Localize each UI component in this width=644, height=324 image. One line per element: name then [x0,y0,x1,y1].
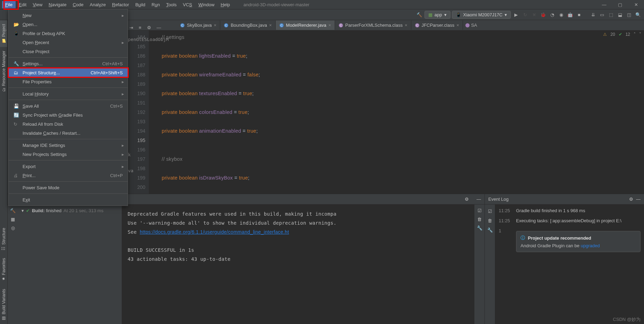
sdk-manager-icon[interactable]: ⬚ [607,11,615,18]
checklist-icon[interactable]: ☑ [488,209,492,214]
minus-icon[interactable]: ― [476,197,481,202]
tool-window-build-variants[interactable]: ▤Build Variants [0,285,7,324]
search-icon[interactable]: 🔍 [634,11,642,18]
layout-inspector-icon[interactable]: ⬓ [616,11,624,18]
close-icon[interactable]: × [456,23,459,28]
menu-item-power-save-mode[interactable]: Power Save Mode [9,183,128,192]
hammer-icon[interactable]: 🔨 [10,208,16,213]
tool-window-favorites[interactable]: ★Favorites [0,254,7,285]
close-icon[interactable]: × [269,23,272,28]
android-icon: ▦ [428,12,432,17]
tool-window-project[interactable]: 📁Project [0,20,7,47]
menu-item-settings[interactable]: 🔧Settings...Ctrl+Alt+S [9,59,128,68]
filter-icon[interactable]: ≡ [137,25,143,30]
menu-build[interactable]: Build [132,1,148,8]
event-time: 11:25 [499,218,513,223]
chevron-down-icon[interactable]: ˅ [639,32,641,37]
menu-item-print[interactable]: 🖨Print...Ctrl+P [9,171,128,180]
tool-window-structure[interactable]: ☷Structure [0,224,7,255]
menu-item-exit[interactable]: Exit [9,195,128,204]
menu-item-open[interactable]: 📂Open... [9,20,128,29]
menu-item-local-history[interactable]: Local History▸ [9,89,128,98]
code-inspection-summary[interactable]: ⚠20 ✔12 ˄ ˅ [603,32,641,37]
menu-item-invalidate-caches-restart[interactable]: Invalidate Caches / Restart... [9,128,128,138]
menu-item-export[interactable]: Export▸ [9,162,128,171]
menu-item-manage-ide-settings[interactable]: Manage IDE Settings▸ [9,141,128,150]
close-icon[interactable]: × [214,23,217,28]
menu-refactor[interactable]: Refactor [109,1,132,8]
menu-tools[interactable]: Tools [163,1,180,8]
indent-icon[interactable]: ⇥ [128,25,135,30]
menu-edit[interactable]: Edit [16,1,29,8]
code-content[interactable]: // settings private boolean lightsEnable… [149,31,644,194]
menu-window[interactable]: Window [195,1,217,8]
expand-toggle-icon[interactable]: ▾ [22,208,24,213]
profile-icon[interactable]: ◔ [548,11,556,18]
upgrade-link[interactable]: upgraded [581,243,600,248]
menu-view[interactable]: View [29,1,45,8]
menu-item-save-all[interactable]: 💾Save AllCtrl+S [9,101,128,110]
build-console[interactable]: Deprecated Gradle features were used in … [122,205,474,324]
gear-icon[interactable]: ⚙ [146,25,153,30]
editor-tab[interactable]: CModelRenderer.java× [276,20,335,30]
editor-tab[interactable]: CBoundingBox.java× [220,20,275,30]
menu-run[interactable]: Run [148,1,163,8]
menu-item-profile-or-debug-apk[interactable]: 📱Profile or Debug APK [9,29,128,38]
menu-navigate[interactable]: Navigate [45,1,69,8]
rerun-icon[interactable]: ↻ [521,11,529,18]
stop-icon[interactable]: ■ [575,11,583,18]
editor-tab[interactable]: CParserForXMLSchema.class× [335,20,411,30]
wrench-icon[interactable]: 🔧 [477,225,482,231]
editor-tab[interactable]: CSkyBox.java× [177,20,220,30]
hammer-icon[interactable]: 🔨 [415,11,423,18]
event-time: 1 [499,228,513,252]
menu-item-close-project[interactable]: Close Project [9,47,128,56]
android-robot-icon[interactable]: 🤖 [566,11,574,18]
close-icon[interactable]: × [328,23,331,28]
menu-item-sync-project-with-gradle-files[interactable]: 🔄Sync Project with Gradle Files [9,110,128,119]
trash-icon[interactable]: 🗑 [477,217,482,222]
menu-item-open-recent[interactable]: Open Recent▸ [9,38,128,47]
chevron-up-icon[interactable]: ˄ [634,32,636,37]
device-selector[interactable]: 📱 Xiaomi M2007J17C ▾ [452,11,511,19]
window-close[interactable]: ✕ [628,0,644,9]
menu-file[interactable]: File [2,1,16,8]
menu-vcs[interactable]: VCS [180,1,195,8]
minus-icon[interactable]: ― [155,25,163,30]
build-tree-label: Build: [32,208,45,213]
run-config-selector[interactable]: ▦ app ▾ [424,11,450,19]
gear-icon[interactable]: ⚙ [465,197,469,202]
menu-item-new[interactable]: New▸ [9,11,128,20]
menu-code[interactable]: Code [70,1,87,8]
tool-window-resource-manager[interactable]: 🗂Resource Manager [0,47,7,95]
grid-icon[interactable]: ▦ [11,217,15,222]
menu-item-new-projects-settings[interactable]: New Projects Settings▸ [9,150,128,159]
menu-analyze[interactable]: Analyze [87,1,109,8]
wrench-icon[interactable]: 🔧 [487,227,493,233]
window-minimize[interactable]: ― [596,0,612,9]
menu-item-project-structure[interactable]: 🗂Project Structure...Ctrl+Alt+Shift+S [9,68,128,77]
gear-icon[interactable]: ⚙ [629,197,633,202]
window-maximize[interactable]: ▢ [612,0,628,9]
event-log-content[interactable]: 11:25Gradle build finished in 1 s 968 ms… [495,205,644,324]
menu-item-reload-all-from-disk[interactable]: ↻Reload All from Disk [9,119,128,128]
menu-help[interactable]: Help [217,1,233,8]
avd-manager-icon[interactable]: ▭ [598,11,606,18]
cube-icon[interactable]: ◫ [625,11,633,18]
gradle-docs-link[interactable]: https://docs.gradle.org/6.1.1/userguide/… [140,229,289,235]
run-icon[interactable]: ▶ [512,11,520,18]
coverage-icon[interactable]: ⤧ [530,11,538,18]
build-tree[interactable]: ▾ ✔ Build: finished At 20 1 sec, 313 ms [18,205,122,324]
minus-icon[interactable]: ― [636,197,641,202]
debug-icon[interactable]: 🐞 [539,11,547,18]
vcs-update-icon[interactable]: ⇊ [589,11,597,18]
target-icon[interactable]: ◎ [11,225,15,231]
checklist-icon[interactable]: ☑ [478,208,482,213]
event-log-title: Event Log [488,197,509,202]
menu-item-label: Export [23,164,36,169]
attach-debugger-icon[interactable]: ◉ [557,11,565,18]
menu-item-file-properties[interactable]: File Properties▸ [9,77,128,86]
trash-icon[interactable]: 🗑 [488,218,492,223]
editor-tab[interactable]: CJFCParser.class× [411,20,463,30]
close-icon[interactable]: × [405,23,407,28]
